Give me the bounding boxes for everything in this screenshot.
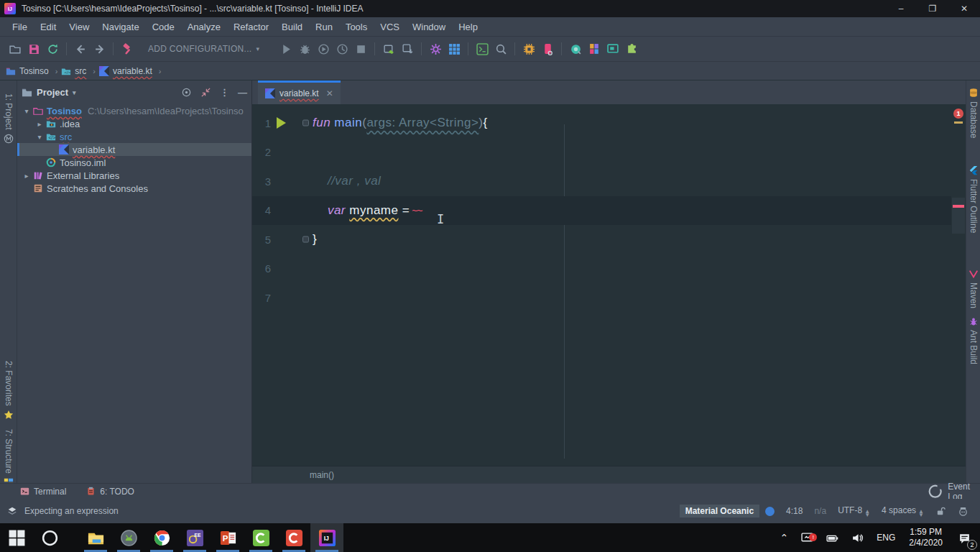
- line-number[interactable]: 6: [252, 262, 271, 275]
- tree-item-variable-kt[interactable]: variable.kt: [17, 143, 251, 156]
- tree-item-scratches-and-consoles[interactable]: Scratches and Consoles: [17, 182, 251, 195]
- caret-position[interactable]: 4:18: [786, 506, 803, 516]
- line-number[interactable]: 4: [252, 204, 271, 216]
- tool-window-button-flutter-outline[interactable]: Flutter Outline: [966, 165, 980, 233]
- hide-panel-icon[interactable]: —: [238, 87, 247, 98]
- chevron-right-icon[interactable]: ▸: [34, 120, 45, 128]
- indent-setting[interactable]: 4 spaces▲▼: [882, 505, 924, 517]
- notification-center-button[interactable]: 2: [951, 523, 977, 552]
- tool-window-button-ant-build[interactable]: Ant Build: [966, 316, 980, 364]
- code-line-2[interactable]: 2: [252, 138, 951, 167]
- code-line-7[interactable]: 7: [252, 283, 951, 313]
- breadcrumb-src[interactable]: </>src: [61, 66, 86, 76]
- grid-icon[interactable]: [445, 40, 463, 58]
- tray-display-icon[interactable]: !: [796, 532, 818, 544]
- inspections-icon[interactable]: [958, 506, 969, 517]
- collapse-all-icon[interactable]: [200, 87, 211, 98]
- language-indicator[interactable]: ENG: [872, 533, 900, 543]
- menu-tools[interactable]: Tools: [339, 19, 374, 35]
- run-icon[interactable]: [277, 40, 295, 58]
- taskbar-app-camtasia[interactable]: [244, 523, 277, 552]
- menu-refactor[interactable]: Refactor: [227, 19, 275, 35]
- editor-scrollbar[interactable]: [952, 198, 965, 234]
- taskbar-app-javaee-ide[interactable]: EE: [178, 523, 211, 552]
- screen-icon[interactable]: [604, 40, 622, 58]
- chevron-down-icon[interactable]: ▾: [34, 133, 45, 141]
- forward-icon[interactable]: [90, 40, 108, 58]
- menu-window[interactable]: Window: [406, 19, 452, 35]
- menu-file[interactable]: File: [6, 19, 34, 35]
- battery-icon[interactable]: [821, 532, 843, 544]
- line-number[interactable]: 1: [252, 117, 271, 129]
- tree-item-tosinso-iml[interactable]: Tosinso.iml: [17, 156, 251, 169]
- sdk-download-icon[interactable]: [398, 40, 417, 58]
- editor-breadcrumb[interactable]: main(): [252, 466, 966, 483]
- taskbar-app-explorer[interactable]: [79, 523, 112, 552]
- fold-marker-icon[interactable]: [302, 236, 309, 243]
- tool-window-button-7-structure[interactable]: 7: Structure: [0, 429, 17, 487]
- coverage-icon[interactable]: [314, 40, 333, 58]
- open-folder-icon[interactable]: [6, 40, 24, 58]
- back-icon[interactable]: [71, 40, 90, 58]
- chevron-right-icon[interactable]: ▸: [22, 172, 32, 180]
- start-button[interactable]: [0, 523, 33, 552]
- code-line-5[interactable]: 5}: [252, 225, 951, 254]
- tree-item--idea[interactable]: ▸.idea: [17, 117, 251, 130]
- hammer-icon[interactable]: [118, 40, 137, 58]
- stop-icon[interactable]: [351, 40, 370, 58]
- debug-icon[interactable]: [295, 40, 314, 58]
- cortana-button[interactable]: [33, 523, 66, 552]
- menu-navigate[interactable]: Navigate: [96, 19, 145, 35]
- run-main-icon[interactable]: [277, 117, 286, 129]
- menu-vcs[interactable]: VCS: [374, 19, 406, 35]
- code-line-3[interactable]: 3 //var , val: [252, 167, 951, 196]
- taskbar-app-powerpoint[interactable]: P: [211, 523, 244, 552]
- menu-build[interactable]: Build: [275, 19, 309, 35]
- lock-icon[interactable]: [935, 506, 946, 517]
- warning-mark[interactable]: [954, 121, 963, 124]
- tray-chevron-up-icon[interactable]: ⌃: [775, 532, 794, 543]
- tree-item-external-libraries[interactable]: ▸External Libraries: [17, 169, 251, 182]
- blocks-icon[interactable]: [585, 40, 604, 58]
- sync-icon[interactable]: [43, 40, 62, 58]
- chevron-down-icon[interactable]: ▾: [22, 107, 32, 115]
- taskbar-clock[interactable]: 1:59 PM 2/4/2020: [903, 527, 948, 548]
- chip-icon[interactable]: [519, 40, 538, 58]
- layers-icon[interactable]: [7, 506, 17, 516]
- search-icon[interactable]: [491, 40, 510, 58]
- close-button[interactable]: ✕: [948, 0, 980, 17]
- tool-window-button-database[interactable]: Database: [966, 88, 980, 138]
- line-number[interactable]: 7: [252, 292, 271, 304]
- options-menu-icon[interactable]: ⋮: [220, 87, 229, 98]
- close-tab-icon[interactable]: ✕: [326, 88, 333, 98]
- tool-window-button-maven[interactable]: Maven: [966, 269, 980, 308]
- save-icon[interactable]: [24, 40, 43, 58]
- menu-run[interactable]: Run: [309, 19, 339, 35]
- menu-code[interactable]: Code: [146, 19, 181, 35]
- device-icon[interactable]: [379, 40, 398, 58]
- taskbar-app-android-studio[interactable]: [112, 523, 145, 552]
- tool-window-button-terminal[interactable]: Terminal: [20, 487, 66, 497]
- puzzle-icon[interactable]: [622, 40, 641, 58]
- code-line-1[interactable]: 1fun main(args: Array<String>){: [252, 109, 951, 138]
- maximize-button[interactable]: ❐: [917, 0, 948, 17]
- settings-gear-icon[interactable]: [426, 40, 445, 58]
- code-editor[interactable]: 1fun main(args: Array<String>){23 //var …: [252, 104, 966, 466]
- tool-window-button-2-favorites[interactable]: 2: Favorites: [0, 361, 17, 420]
- menu-analyze[interactable]: Analyze: [181, 19, 227, 35]
- taskbar-app-intellij[interactable]: IJ: [310, 523, 343, 552]
- theme-indicator[interactable]: Material Oceanic: [680, 505, 759, 518]
- menu-view[interactable]: View: [63, 19, 96, 35]
- terminal-icon[interactable]: [473, 40, 491, 58]
- file-encoding[interactable]: UTF-8▲▼: [838, 505, 870, 517]
- code-line-4[interactable]: 4 var myname =: [252, 196, 951, 226]
- line-number[interactable]: 2: [252, 146, 271, 158]
- tool-window-button-1-project[interactable]: 1: Project: [0, 93, 17, 144]
- run-configuration-select[interactable]: ADD CONFIGURATION... ▾: [141, 42, 267, 56]
- menu-help[interactable]: Help: [452, 19, 484, 35]
- locate-icon[interactable]: [181, 87, 192, 98]
- fold-marker-icon[interactable]: [302, 120, 309, 126]
- line-number[interactable]: 3: [252, 175, 271, 188]
- project-panel-title[interactable]: Project ▾: [22, 87, 76, 98]
- error-mark[interactable]: [953, 205, 964, 208]
